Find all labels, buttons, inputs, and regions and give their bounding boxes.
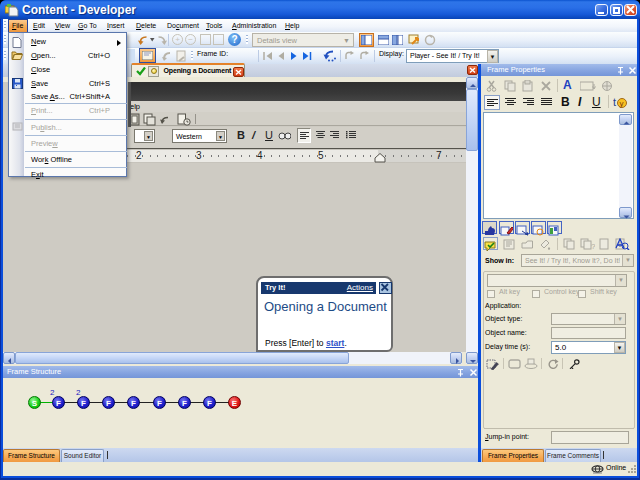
- svg-text:t: t: [613, 96, 616, 108]
- svg-text:y: y: [620, 99, 624, 108]
- svg-text:?: ?: [591, 242, 595, 250]
